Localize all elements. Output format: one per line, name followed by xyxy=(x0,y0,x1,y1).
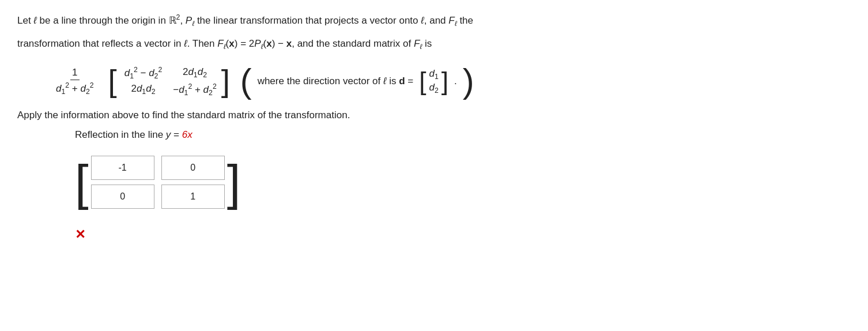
matrix-bracket-right: ] xyxy=(221,66,230,97)
answer-cell-11[interactable] xyxy=(91,156,154,180)
direction-vector: [ d1 d2 ] xyxy=(419,67,448,96)
answer-input-12[interactable] xyxy=(161,156,225,180)
answer-grid xyxy=(89,151,227,213)
matrix-cell-22: −d12 + d22 xyxy=(173,82,217,97)
answer-input-11[interactable] xyxy=(91,156,154,180)
direction-d2: d2 xyxy=(429,82,438,95)
big-paren-left: ( xyxy=(240,64,252,99)
matrix-bracket-left: [ xyxy=(108,66,117,97)
fraction-denominator: d12 + d22 xyxy=(54,80,96,96)
where-block: ( where the direction vector of ℓ is d =… xyxy=(240,64,474,99)
answer-matrix-container: [ ] xyxy=(75,151,851,213)
paragraph-line2: transformation that reflects a vector in… xyxy=(17,36,851,53)
reflection-line: Reflection in the line y = 6x xyxy=(75,129,851,141)
direction-vector-cells: d1 d2 xyxy=(426,67,441,96)
matrix-cell-11: d12 − d22 xyxy=(122,66,165,80)
reflection-equals: = xyxy=(173,129,182,140)
apply-text: Apply the information above to find the … xyxy=(17,110,851,121)
error-mark-container: ✕ xyxy=(75,220,851,242)
formula-block: 1 d12 + d22 [ d12 − d22 2d1d2 2d1d2 −d12… xyxy=(52,63,851,99)
matrix-cell-12: 2d1d2 xyxy=(173,66,217,79)
where-text: where the direction vector of ℓ is d = xyxy=(258,76,414,87)
direction-bracket-right: ] xyxy=(441,69,448,94)
answer-bracket-right: ] xyxy=(227,151,241,213)
big-paren-right: ) xyxy=(463,64,474,99)
error-icon[interactable]: ✕ xyxy=(75,227,85,242)
direction-bracket-left: [ xyxy=(419,69,426,94)
matrix-cell-21: 2d1d2 xyxy=(122,83,165,96)
answer-cell-22[interactable] xyxy=(161,185,225,209)
answer-cell-12[interactable] xyxy=(161,156,225,180)
formula-matrix: [ d12 − d22 2d1d2 2d1d2 −d12 + d22 ] xyxy=(108,63,230,99)
answer-input-21[interactable] xyxy=(91,185,154,209)
period: . xyxy=(454,76,457,87)
answer-input-22[interactable] xyxy=(161,185,225,209)
answer-cell-21[interactable] xyxy=(91,185,154,209)
answer-bracket-left: [ xyxy=(75,151,89,213)
fraction: 1 d12 + d22 xyxy=(54,67,96,96)
paragraph-line1: Let ℓ be a line through the origin in ℝ2… xyxy=(17,12,851,30)
fraction-numerator: 1 xyxy=(70,67,79,80)
direction-d1: d1 xyxy=(429,68,438,81)
matrix-cells: d12 − d22 2d1d2 2d1d2 −d12 + d22 xyxy=(118,63,220,99)
reflection-value: 6x xyxy=(182,129,193,140)
